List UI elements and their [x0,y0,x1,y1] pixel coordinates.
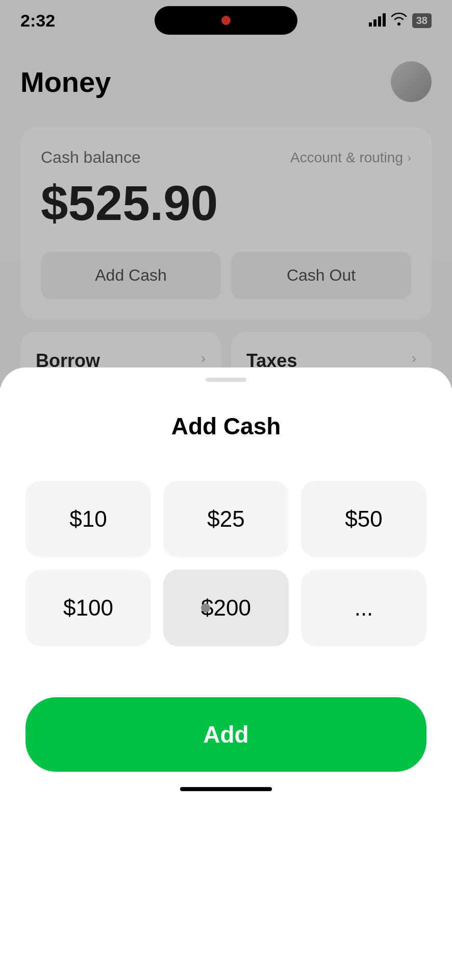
amount-10-button[interactable]: $10 [26,481,151,557]
sheet-title: Add Cash [26,412,426,440]
amount-100-button[interactable]: $100 [26,570,151,646]
amount-grid: $10 $25 $50 $100 $200 ... [26,481,426,646]
add-button[interactable]: Add [26,697,426,772]
sheet-handle [206,378,246,382]
amount-25-button[interactable]: $25 [163,481,289,557]
amount-50-button[interactable]: $50 [301,481,426,557]
overlay [0,0,452,388]
home-indicator [180,787,272,791]
amount-200-button[interactable]: $200 [163,570,289,646]
amount-custom-button[interactable]: ... [301,570,426,646]
add-cash-bottom-sheet: Add Cash $10 $25 $50 $100 $200 ... Add [0,368,452,980]
